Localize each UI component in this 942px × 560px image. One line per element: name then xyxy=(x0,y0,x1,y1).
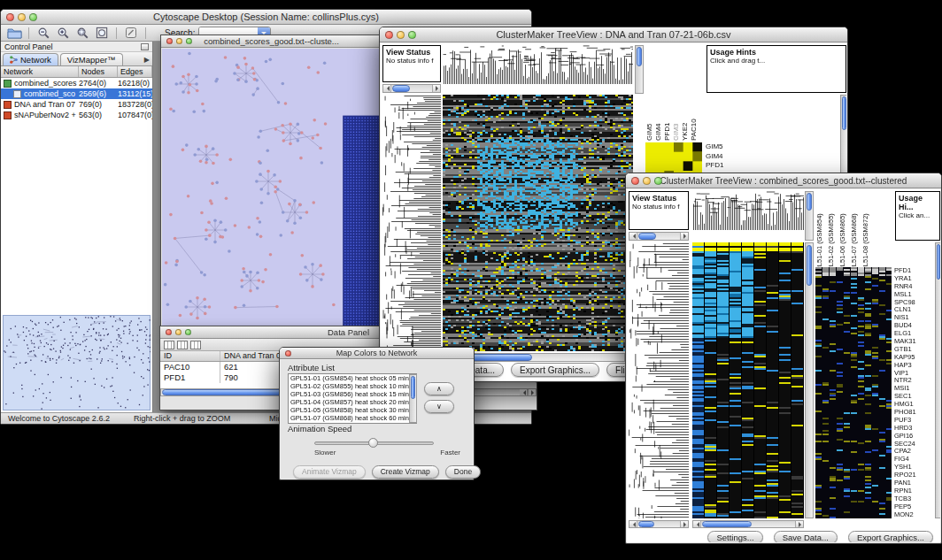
create-attribute-icon[interactable] xyxy=(177,341,188,349)
network-overview-panel[interactable] xyxy=(3,315,151,410)
cytoscape-titlebar[interactable]: Cytoscape Desktop (Session Name: collins… xyxy=(1,10,531,25)
attribute-item[interactable]: GPL51-07 (GSM868) heat shock 60 min xyxy=(289,414,416,422)
attribute-list-scrollbar[interactable] xyxy=(409,374,417,423)
scrollbar-thumb[interactable] xyxy=(638,521,654,527)
column-dendrogram-canvas[interactable] xyxy=(692,191,804,230)
attribute-item[interactable]: GPL51-05 (GSM858) heat shock 30 min xyxy=(289,406,416,414)
horizontal-scrollbar[interactable] xyxy=(382,84,441,93)
column-dendrogram-canvas[interactable] xyxy=(443,45,633,84)
scrollbar-track[interactable] xyxy=(452,354,624,361)
treeview-button[interactable]: Export Graphics... xyxy=(848,531,933,542)
treeview-dna-titlebar[interactable]: ClusterMaker TreeView : DNA and Tran 07-… xyxy=(380,27,847,42)
zoom-button[interactable] xyxy=(654,177,662,185)
network-overview-canvas[interactable] xyxy=(4,316,151,410)
scroll-right-arrow-icon[interactable] xyxy=(680,233,688,240)
dialog-button[interactable]: Animate Vizmap xyxy=(293,465,366,479)
zoom-in-icon[interactable] xyxy=(55,26,71,40)
network-row[interactable]: combined_sco 2569(6) 13112(15) xyxy=(1,88,152,99)
network-row[interactable]: combined_scores 2764(0) 16218(0) xyxy=(1,78,152,88)
scrollbar-thumb[interactable] xyxy=(842,96,846,130)
network-graph-canvas[interactable] xyxy=(162,49,382,327)
move-down-button[interactable]: ∨ xyxy=(424,400,454,413)
scrollbar-track[interactable] xyxy=(391,85,432,92)
treeview-button[interactable]: Export Graphics... xyxy=(511,363,599,377)
animation-speed-slider[interactable] xyxy=(314,441,434,445)
scroll-left-arrow-icon[interactable] xyxy=(520,389,528,395)
attribute-list[interactable]: GPL51-01 (GSM854) heat shock 05 minGPL51… xyxy=(288,373,417,424)
network-row[interactable]: DNA and Tran 07 769(0) 183728(0) xyxy=(1,99,152,110)
scroll-left-arrow-icon[interactable] xyxy=(629,521,637,527)
horizontal-scrollbar[interactable] xyxy=(629,232,689,241)
vertical-scrollbar[interactable] xyxy=(935,242,940,518)
minimize-button[interactable] xyxy=(176,38,182,44)
zoom-fit-icon[interactable] xyxy=(94,26,110,40)
close-button[interactable] xyxy=(166,38,173,44)
minimize-button[interactable] xyxy=(397,31,405,39)
treeview-button[interactable]: Settings... xyxy=(707,531,762,542)
minimize-button[interactable] xyxy=(18,13,26,21)
network-row[interactable]: sNAPuberNov2 + 563(0) 107847(0) xyxy=(1,110,152,120)
scroll-left-arrow-icon[interactable] xyxy=(383,85,391,92)
scrollbar-thumb[interactable] xyxy=(392,85,410,92)
close-button[interactable] xyxy=(6,13,14,21)
heatmap-canvas[interactable] xyxy=(443,95,633,351)
scrollbar-thumb[interactable] xyxy=(937,244,940,280)
float-panel-icon[interactable] xyxy=(141,43,149,50)
open-folder-icon[interactable] xyxy=(6,26,22,40)
horizontal-scrollbar[interactable] xyxy=(629,520,689,528)
attribute-item[interactable]: GPL51-01 (GSM854) heat shock 05 min xyxy=(289,374,416,382)
select-attributes-icon[interactable] xyxy=(164,341,174,349)
zoom-selected-icon[interactable] xyxy=(74,26,90,40)
vertical-scrollbar[interactable] xyxy=(805,191,814,241)
zoom-button[interactable] xyxy=(29,13,37,21)
zoom-button[interactable] xyxy=(185,329,191,335)
attribute-item[interactable]: GPL51-04 (GSM857) heat shock 20 min xyxy=(289,398,416,406)
more-tabs-arrow[interactable]: ▶ xyxy=(144,56,150,64)
close-button[interactable] xyxy=(385,31,393,39)
vertical-scrollbar[interactable] xyxy=(805,242,814,518)
scrollbar-thumb[interactable] xyxy=(411,376,415,399)
scrollbar-thumb[interactable] xyxy=(807,193,812,211)
close-button[interactable] xyxy=(166,329,172,335)
scroll-right-arrow-icon[interactable] xyxy=(432,85,440,92)
tab-network[interactable]: Network xyxy=(3,53,58,65)
treeview-button[interactable]: Save Data... xyxy=(774,531,838,542)
horizontal-scrollbar[interactable] xyxy=(692,520,804,528)
network-view-titlebar[interactable]: combined_scores_good.txt--cluste... xyxy=(161,35,382,48)
secondary-heatmap-canvas[interactable] xyxy=(815,267,892,518)
annotation-icon[interactable] xyxy=(123,26,139,40)
scroll-left-arrow-icon[interactable] xyxy=(693,521,701,527)
scrollbar-track[interactable] xyxy=(637,521,680,527)
slider-thumb[interactable] xyxy=(368,438,378,448)
scrollbar-track[interactable] xyxy=(637,233,680,240)
attribute-function-icon[interactable] xyxy=(190,341,201,349)
row-dendrogram-canvas[interactable] xyxy=(629,242,689,518)
scroll-right-arrow-icon[interactable] xyxy=(528,389,536,395)
zoom-out-icon[interactable] xyxy=(35,26,51,40)
attribute-item[interactable]: GPL51-02 (GSM855) heat shock 10 min xyxy=(289,382,416,390)
minimize-button[interactable] xyxy=(643,177,651,185)
heatmap-canvas[interactable] xyxy=(692,242,804,518)
dialog-button[interactable]: Done xyxy=(445,465,481,479)
scroll-right-arrow-icon[interactable] xyxy=(795,521,803,527)
scrollbar-thumb[interactable] xyxy=(702,521,752,527)
zoom-button[interactable] xyxy=(186,38,192,44)
minimize-button[interactable] xyxy=(175,329,181,335)
scrollbar-thumb[interactable] xyxy=(807,245,812,286)
dialog-button[interactable]: Create Vizmap xyxy=(372,465,439,479)
dialog-titlebar[interactable]: Map Colors to Network xyxy=(280,348,474,359)
treeview-combined-titlebar[interactable]: ClusterMaker TreeView : combined_scores_… xyxy=(626,173,941,188)
scroll-left-arrow-icon[interactable] xyxy=(629,233,637,240)
tab-vizmapper[interactable]: VizMapper™ xyxy=(60,53,123,65)
row-dendrogram-canvas[interactable] xyxy=(382,95,441,351)
vertical-scrollbar[interactable] xyxy=(635,45,644,94)
scrollbar-track[interactable] xyxy=(701,521,795,527)
close-button[interactable] xyxy=(631,177,639,185)
network-view-canvas-area[interactable] xyxy=(162,49,381,326)
move-up-button[interactable]: ∧ xyxy=(424,382,454,395)
scroll-right-arrow-icon[interactable] xyxy=(680,521,688,527)
zoom-button[interactable] xyxy=(408,31,416,39)
close-button[interactable] xyxy=(285,350,291,357)
scrollbar-thumb[interactable] xyxy=(638,233,656,240)
attribute-item[interactable]: GPL51-03 (GSM856) heat shock 15 min xyxy=(289,390,416,398)
